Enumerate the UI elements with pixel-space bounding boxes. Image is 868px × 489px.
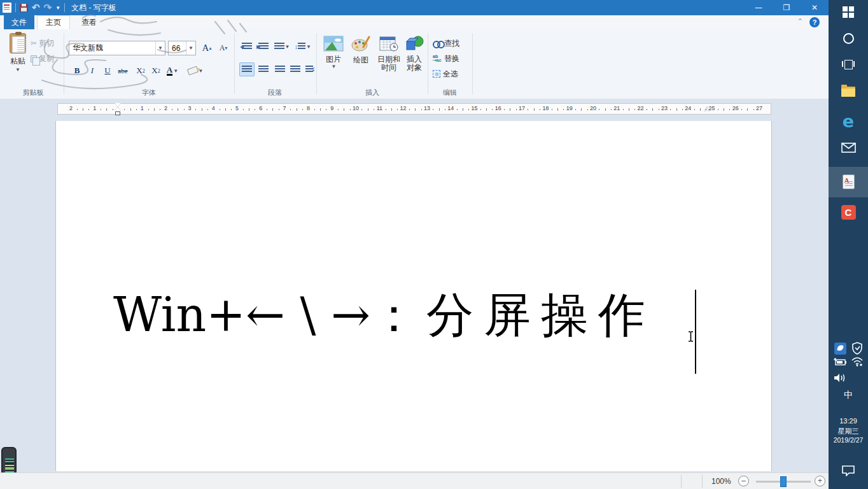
insert-drawing-button[interactable]: 绘图 (349, 36, 372, 64)
minimize-button[interactable]: — (745, 0, 773, 15)
clock-day[interactable]: 星期三 (829, 427, 868, 436)
ruler-number: 20 (590, 105, 596, 111)
wifi-button[interactable] (837, 357, 868, 367)
tab-home[interactable]: 主页 (37, 15, 70, 29)
chevron-down-icon[interactable]: ▼ (155, 41, 165, 55)
shrink-font-button[interactable]: A▾ (216, 41, 230, 55)
paragraph-dialog-button[interactable]: ↧ (302, 62, 317, 76)
document-text: Win+← \ →：分屏操作 (113, 284, 655, 348)
file-explorer-button[interactable] (829, 87, 868, 97)
ruler-number: 2 (69, 105, 73, 111)
document-page[interactable]: Win+← \ →：分屏操作 (56, 121, 771, 471)
tab-file[interactable]: 文件 (4, 15, 34, 29)
cortana-button[interactable] (829, 33, 868, 44)
ibeam-cursor (687, 331, 694, 342)
tab-view[interactable]: 查看 (73, 15, 106, 29)
line-spacing-button[interactable]: ↕▼ (293, 39, 313, 53)
font-size-combo[interactable]: 66 ▼ (168, 41, 196, 55)
ruler-tick (480, 109, 481, 110)
ruler-tick (220, 109, 220, 110)
ruler-tick (101, 109, 101, 110)
align-center-button[interactable] (256, 62, 271, 76)
ruler-number: 7 (283, 105, 286, 111)
save-icon[interactable] (20, 4, 28, 12)
ruler-tick (386, 109, 386, 110)
highlight-button[interactable]: ▼ (186, 64, 205, 78)
paragraph-group-label: 段落 (237, 88, 313, 97)
clock-date[interactable]: 2019/2/27 (829, 436, 868, 444)
italic-button[interactable]: I (85, 64, 99, 78)
customize-toolbar-icon[interactable]: ▼ (55, 5, 60, 11)
ruler-tick (682, 109, 683, 110)
screen: ↶ ↷ ▼ 文档 - 写字板 — ❐ ✕ 文件 主页 查看 ⌃ ? (0, 0, 868, 489)
decrease-indent-button[interactable]: ◀ (239, 39, 255, 53)
underline-button[interactable]: U (101, 64, 115, 78)
align-right-button[interactable] (272, 62, 288, 76)
font-color-button[interactable]: A▼ (165, 64, 179, 78)
ime-indicator[interactable]: 中 (829, 390, 868, 401)
grow-font-button[interactable]: A▴ (200, 41, 214, 55)
collapse-ribbon-icon[interactable]: ⌃ (797, 17, 803, 25)
mail-button[interactable] (829, 143, 868, 153)
tray-shield-button[interactable] (837, 342, 868, 355)
paste-button[interactable]: 粘贴 ▼ (4, 33, 32, 87)
clock-time[interactable]: 13:29 (829, 417, 868, 425)
bold-button[interactable]: B (70, 64, 84, 78)
restore-button[interactable]: ❐ (773, 0, 801, 15)
ruler-tick (528, 109, 528, 110)
insert-picture-button[interactable]: 图片 ▼ (320, 36, 347, 69)
wordpad-taskbar-button[interactable] (829, 167, 868, 197)
ruler-tick (741, 109, 742, 110)
insert-group-label: 插入 (318, 88, 426, 97)
increase-indent-button[interactable]: ▶ (256, 39, 271, 53)
chevron-down-icon[interactable]: ▼ (186, 41, 195, 55)
ruler-tick (160, 109, 160, 110)
replace-button[interactable]: ab⇢ac 替换 (433, 52, 471, 65)
cut-button[interactable]: ✂ 剪切 (31, 37, 62, 50)
ruler-tick (178, 108, 178, 111)
align-left-button[interactable] (239, 62, 255, 76)
zoom-out-button[interactable]: – (738, 476, 749, 486)
copy-button[interactable]: 复制 (31, 52, 62, 65)
help-icon[interactable]: ? (809, 17, 820, 27)
ruler-tick (255, 109, 255, 110)
ruler-tick (492, 109, 493, 110)
zoom-in-button[interactable]: + (815, 476, 825, 486)
find-label: 查找 (444, 38, 459, 49)
bullets-button[interactable]: ▼ (272, 39, 291, 53)
select-all-button[interactable]: 全选 (433, 67, 471, 80)
wordpad-app-icon[interactable] (3, 3, 11, 13)
ime-label: 中 (844, 390, 853, 401)
font-name-combo[interactable]: 华文新魏 ▼ (69, 41, 165, 55)
subscript-button[interactable]: X2 (134, 64, 148, 78)
ruler-tick (421, 109, 422, 110)
ruler-tick (587, 109, 588, 110)
ruler-tick (557, 108, 558, 111)
start-button[interactable] (829, 6, 868, 18)
redo-icon[interactable]: ↷ (44, 3, 52, 12)
task-view-icon (842, 60, 855, 69)
group-separator (234, 33, 235, 94)
ruler-tick (338, 109, 339, 110)
insert-datetime-button[interactable]: 日期和时间 (374, 36, 403, 72)
ruler-number: 6 (259, 105, 262, 111)
close-button[interactable]: ✕ (801, 0, 829, 15)
strikethrough-button[interactable]: abe (116, 64, 130, 78)
edge-button[interactable]: e (829, 113, 868, 130)
ruler[interactable]: 2112345678910111213141516171819202122232… (57, 103, 771, 115)
ruler-tick (130, 108, 131, 111)
superscript-button[interactable]: X2 (149, 64, 163, 78)
undo-icon[interactable]: ↶ (32, 3, 40, 12)
find-button[interactable]: 查找 (433, 37, 471, 50)
task-view-button[interactable] (829, 60, 868, 69)
justify-button[interactable] (288, 62, 303, 76)
indent-marker[interactable] (115, 103, 121, 115)
ruler-tick (172, 109, 172, 110)
camtasia-button[interactable]: C (829, 205, 868, 220)
zoom-slider-thumb[interactable] (780, 476, 787, 487)
action-center-button[interactable] (829, 465, 868, 476)
insert-object-button[interactable]: 插入对象 (403, 36, 425, 72)
ruler-tick (611, 109, 612, 110)
ruler-number: 22 (638, 105, 644, 111)
volume-button[interactable] (820, 373, 860, 383)
